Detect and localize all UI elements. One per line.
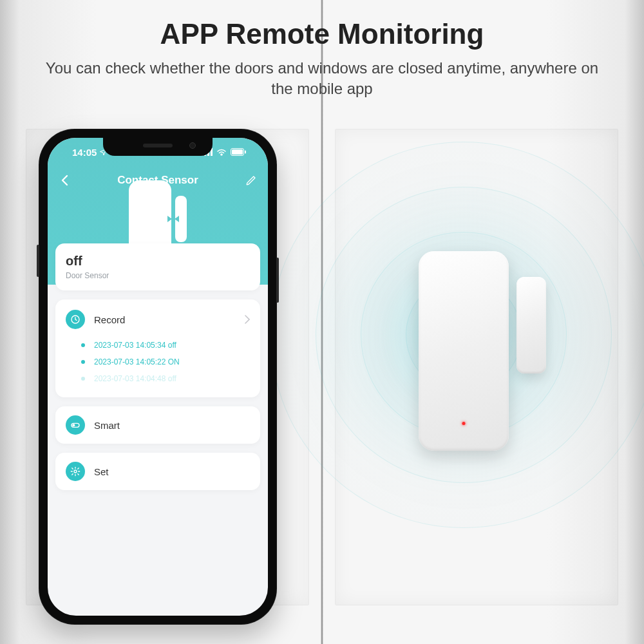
phone-frame: 14:05 Contact Sensor: [39, 129, 277, 625]
set-card[interactable]: Set: [55, 453, 260, 490]
page-heading: APP Remote Monitoring: [0, 18, 644, 50]
smart-icon: [66, 415, 85, 435]
sensor-state: off: [66, 254, 250, 269]
smart-label: Smart: [94, 420, 250, 431]
clock-icon: [66, 310, 85, 329]
record-list: 2023-07-03 14:05:34 off 2023-07-03 14:05…: [66, 337, 250, 387]
set-label: Set: [94, 466, 250, 477]
sensor-led-indicator: [462, 422, 466, 425]
record-card[interactable]: Record 2023-07-03 14:05:34 off 2023-07-0…: [55, 299, 260, 397]
edit-button[interactable]: [242, 171, 260, 189]
battery-icon: [231, 148, 246, 156]
record-item: 2023-07-03 14:04:48 off: [66, 370, 250, 387]
phone-screen: 14:05 Contact Sensor: [48, 138, 268, 616]
record-item: 2023-07-03 14:05:34 off: [66, 337, 250, 354]
smart-card[interactable]: Smart: [55, 406, 260, 444]
sensor-label: Door Sensor: [66, 271, 250, 280]
record-label: Record: [94, 314, 245, 325]
page-subheading: You can check whether the doors and wind…: [39, 58, 605, 100]
svg-point-9: [72, 424, 75, 426]
record-item: 2023-07-03 14:05:22 ON: [66, 354, 250, 370]
sensor-device-main: [419, 251, 509, 451]
back-button[interactable]: [55, 171, 73, 189]
sensor-device-magnet: [516, 277, 546, 374]
svg-rect-6: [245, 151, 246, 154]
promo-scene: APP Remote Monitoring You can check whet…: [0, 0, 644, 644]
svg-point-10: [74, 470, 77, 473]
chevron-right-icon: [245, 315, 250, 324]
wifi-icon: [216, 148, 227, 156]
svg-rect-5: [232, 149, 243, 155]
status-card[interactable]: off Door Sensor: [55, 243, 260, 290]
app-content: off Door Sensor Record 2023-07-0: [48, 243, 268, 490]
status-time: 14:05: [72, 147, 97, 158]
chevron-left-icon: [61, 175, 68, 186]
pencil-icon: [245, 175, 257, 186]
phone-notch: [103, 138, 213, 156]
gear-icon: [66, 462, 85, 481]
